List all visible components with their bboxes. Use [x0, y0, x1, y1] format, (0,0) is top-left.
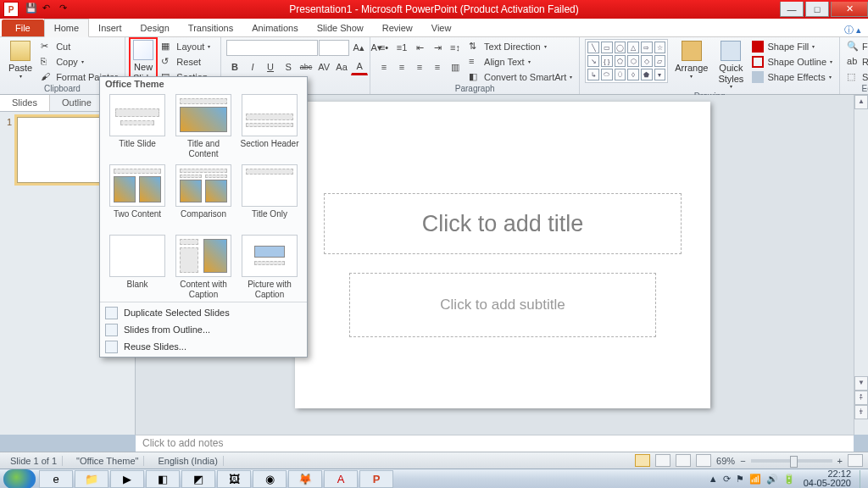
underline-button[interactable]: U — [262, 58, 279, 75]
zoom-in-icon[interactable]: + — [837, 456, 843, 466]
tab-file[interactable]: File — [2, 19, 44, 36]
find-button[interactable]: 🔍Find — [845, 39, 868, 53]
start-button[interactable] — [3, 469, 36, 489]
slide-canvas[interactable]: Click to add title Click to add subtitle — [295, 102, 710, 408]
layout-two-content[interactable]: Two Content — [107, 164, 168, 230]
zoom-out-icon[interactable]: − — [740, 456, 745, 466]
layout-button[interactable]: ▦Layout ▾ — [159, 39, 215, 53]
taskbar-pictures-icon[interactable]: 🖼 — [217, 470, 251, 488]
change-case-icon[interactable]: Aa — [333, 58, 350, 75]
arrange-button[interactable]: Arrange▾ — [671, 39, 711, 81]
shape-fill-button[interactable]: Shape Fill ▾ — [750, 39, 834, 53]
tray-flag-icon[interactable]: ⚑ — [736, 474, 744, 485]
fit-window-icon[interactable] — [848, 454, 863, 467]
zoom-slider[interactable] — [751, 459, 832, 463]
tab-transitions[interactable]: Transitions — [179, 19, 242, 36]
shape-outline-button[interactable]: Shape Outline ▾ — [750, 54, 834, 69]
taskbar-ie-icon[interactable]: e — [39, 470, 73, 488]
duplicate-slides-item[interactable]: Duplicate Selected Slides — [100, 304, 307, 321]
replace-button[interactable]: abReplace ▾ — [845, 54, 868, 69]
layout-picture-caption[interactable]: Picture with Caption — [239, 235, 300, 300]
taskbar-chrome-icon[interactable]: ◉ — [253, 470, 287, 488]
copy-button[interactable]: ⎘Copy ▾ — [39, 54, 120, 69]
close-button[interactable]: ✕ — [831, 2, 868, 17]
tab-view[interactable]: View — [422, 19, 461, 36]
tray-network-icon[interactable]: 📶 — [749, 474, 761, 485]
align-right-icon[interactable]: ≡ — [411, 58, 428, 75]
status-language[interactable]: English (India) — [153, 456, 223, 466]
tab-design[interactable]: Design — [131, 19, 179, 36]
text-direction-button[interactable]: ⇅Text Direction ▾ — [467, 39, 574, 53]
tray-clock[interactable]: 22:12 04-05-2020 — [800, 469, 854, 488]
tray-volume-icon[interactable]: 🔊 — [766, 474, 778, 485]
show-desktop-button[interactable] — [860, 470, 866, 488]
subtitle-placeholder[interactable]: Click to add subtitle — [349, 273, 656, 337]
taskbar-app1-icon[interactable]: ◧ — [146, 470, 180, 488]
tab-slides-panel[interactable]: Slides — [0, 95, 50, 111]
tab-home[interactable]: Home — [44, 19, 89, 37]
justify-icon[interactable]: ≡ — [429, 58, 446, 75]
tray-expand-icon[interactable]: ▲ — [709, 474, 718, 484]
char-spacing-icon[interactable]: AV — [315, 58, 332, 75]
tab-slideshow[interactable]: Slide Show — [308, 19, 373, 36]
maximize-button[interactable]: □ — [805, 2, 829, 17]
scroll-down-icon[interactable]: ▼ — [854, 376, 868, 391]
align-text-button[interactable]: ≡Align Text ▾ — [467, 54, 574, 69]
tab-animations[interactable]: Animations — [242, 19, 307, 36]
undo-icon[interactable]: ↶ — [42, 3, 56, 16]
taskbar-media-icon[interactable]: ▶ — [110, 470, 144, 488]
reuse-slides-item[interactable]: Reuse Slides... — [100, 338, 307, 355]
title-placeholder[interactable]: Click to add title — [324, 193, 682, 254]
taskbar-pdf-icon[interactable]: A — [324, 470, 358, 488]
tray-battery-icon[interactable]: 🔋 — [783, 474, 795, 485]
notes-pane[interactable]: Click to add notes — [136, 435, 854, 452]
layout-section-header[interactable]: Section Header — [239, 94, 300, 159]
increase-indent-icon[interactable]: ⇥ — [429, 39, 446, 56]
redo-icon[interactable]: ↷ — [59, 3, 73, 16]
sorter-view-icon[interactable] — [655, 454, 670, 467]
slides-from-outline-item[interactable]: Slides from Outline... — [100, 321, 307, 338]
slideshow-view-icon[interactable] — [696, 454, 711, 467]
cut-button[interactable]: ✂Cut — [39, 39, 120, 53]
layout-content-caption[interactable]: Content with Caption — [173, 235, 234, 300]
prev-slide-icon[interactable]: ⭻ — [854, 391, 868, 405]
help-icon[interactable]: ⓘ ▴ — [844, 24, 861, 36]
font-size-combo[interactable] — [319, 40, 349, 56]
layout-comparison[interactable]: Comparison — [173, 164, 234, 230]
vertical-scrollbar[interactable]: ▲ ▼ ⭻ ⭽ — [854, 95, 868, 435]
columns-icon[interactable]: ▥ — [447, 58, 464, 75]
tray-sync-icon[interactable]: ⟳ — [723, 474, 731, 485]
grow-font-icon[interactable]: A▴ — [350, 39, 367, 56]
normal-view-icon[interactable] — [635, 454, 650, 467]
tab-insert[interactable]: Insert — [89, 19, 131, 36]
bullets-icon[interactable]: ≡• — [376, 39, 392, 56]
italic-button[interactable]: I — [244, 58, 261, 75]
decrease-indent-icon[interactable]: ⇤ — [411, 39, 428, 56]
layout-title-only[interactable]: Title Only — [239, 164, 300, 230]
taskbar-powerpoint-icon[interactable]: P — [359, 470, 393, 488]
strike-button[interactable]: abc — [298, 58, 314, 75]
shapes-gallery[interactable]: ╲▭◯△⇨☆ ↘{ }⬠⬡◇▱ ↳⬭⬯◊⬟▾ — [585, 39, 668, 83]
taskbar-app2-icon[interactable]: ◩ — [181, 470, 215, 488]
taskbar-explorer-icon[interactable]: 📁 — [75, 470, 108, 488]
align-center-icon[interactable]: ≡ — [393, 58, 410, 75]
convert-smartart-button[interactable]: ◧Convert to SmartArt ▾ — [467, 69, 574, 84]
font-color-icon[interactable]: A — [351, 58, 368, 75]
minimize-button[interactable]: — — [780, 2, 804, 17]
reset-button[interactable]: ↺Reset — [159, 54, 215, 69]
select-button[interactable]: ⬚Select ▾ — [845, 69, 868, 84]
scroll-up-icon[interactable]: ▲ — [854, 95, 868, 109]
bold-button[interactable]: B — [226, 58, 243, 75]
layout-blank[interactable]: Blank — [107, 235, 168, 300]
shadow-button[interactable]: S — [280, 58, 297, 75]
save-icon[interactable]: 💾 — [25, 3, 39, 16]
line-spacing-icon[interactable]: ≡↕ — [447, 39, 464, 56]
next-slide-icon[interactable]: ⭽ — [854, 405, 868, 419]
paste-button[interactable]: Paste ▾ — [5, 39, 36, 81]
quick-styles-button[interactable]: Quick Styles▾ — [715, 39, 747, 92]
align-left-icon[interactable]: ≡ — [376, 58, 392, 75]
tab-outline-panel[interactable]: Outline — [50, 95, 104, 111]
reading-view-icon[interactable] — [676, 454, 691, 467]
layout-title-content[interactable]: Title and Content — [173, 94, 234, 159]
tab-review[interactable]: Review — [373, 19, 422, 36]
